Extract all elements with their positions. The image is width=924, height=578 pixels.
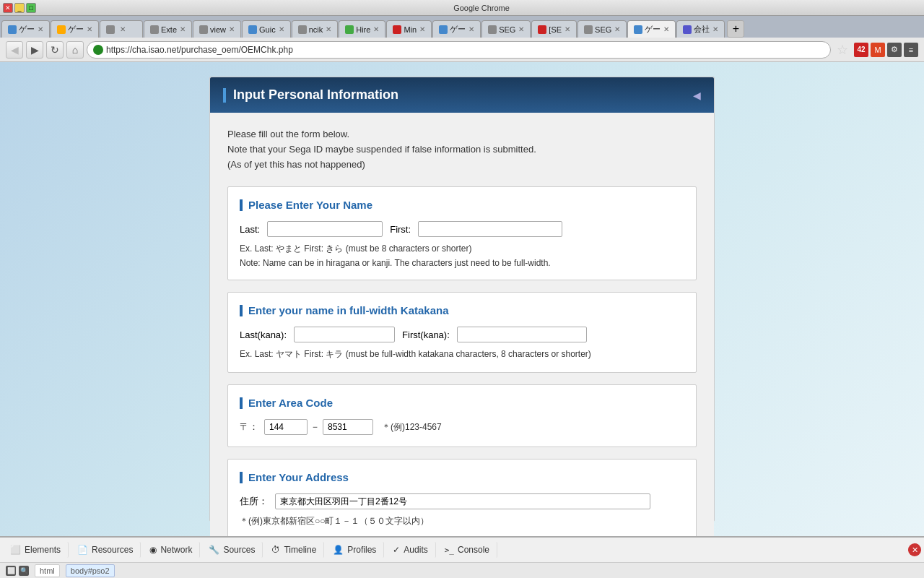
home-button[interactable]: ⌂ bbox=[66, 41, 84, 59]
first-kana-input[interactable] bbox=[457, 327, 587, 342]
reload-button[interactable]: ↻ bbox=[46, 41, 64, 59]
tab-15[interactable]: 会社 ✕ bbox=[676, 20, 725, 38]
tab-close-15[interactable]: ✕ bbox=[712, 25, 718, 33]
tab-3[interactable]: ✕ bbox=[100, 20, 143, 38]
forward-button[interactable]: ▶ bbox=[26, 41, 43, 59]
devtools-tab-console[interactable]: >_ Console bbox=[437, 542, 497, 558]
tab-close-8[interactable]: ✕ bbox=[373, 25, 379, 33]
name-hint1: Ex. Last: やまと First: きら (must be 8 chara… bbox=[240, 243, 684, 255]
page-content: Input Personal Information ◀ Please fill… bbox=[0, 62, 924, 536]
first-name-input[interactable] bbox=[418, 221, 562, 237]
devtools-tab-audits[interactable]: ✓ Audits bbox=[385, 542, 435, 558]
tab-9[interactable]: Min ✕ bbox=[386, 20, 432, 38]
tab-10[interactable]: ゲー ✕ bbox=[432, 20, 481, 38]
minimize-button[interactable]: _ bbox=[14, 3, 25, 13]
tab-11[interactable]: SEG ✕ bbox=[481, 20, 531, 38]
tab-close-11[interactable]: ✕ bbox=[518, 25, 524, 33]
section-name-title: Please Enter Your Name bbox=[240, 199, 684, 211]
tab-close-12[interactable]: ✕ bbox=[565, 25, 570, 33]
last-name-label: Last: bbox=[240, 224, 260, 235]
address-hint: ＊(例)東京都新宿区○○町１－１（５０文字以内） bbox=[240, 515, 684, 527]
address-field-row: 住所： bbox=[240, 493, 684, 509]
devtools-tab-profiles[interactable]: 👤 Profiles bbox=[326, 542, 384, 558]
tab-6[interactable]: Guic ✕ bbox=[242, 20, 291, 38]
tab-1[interactable]: ゲー ✕ bbox=[1, 20, 50, 38]
tab-close-4[interactable]: ✕ bbox=[180, 25, 186, 33]
tab-5[interactable]: view ✕ bbox=[193, 20, 241, 38]
tab-close-3[interactable]: ✕ bbox=[120, 25, 126, 33]
tab-close-6[interactable]: ✕ bbox=[279, 25, 284, 33]
console-label: Console bbox=[458, 545, 489, 555]
back-button[interactable]: ◀ bbox=[6, 41, 23, 59]
security-icon bbox=[93, 45, 103, 55]
section-postal: Enter Area Code 〒： － ＊(例)123-4567 bbox=[227, 384, 697, 447]
tab-close-7[interactable]: ✕ bbox=[326, 25, 331, 33]
tab-2[interactable]: ゲー ✕ bbox=[51, 20, 99, 38]
close-button[interactable]: ✕ bbox=[3, 3, 13, 13]
tab-4[interactable]: Exte ✕ bbox=[144, 20, 192, 38]
tab-close-5[interactable]: ✕ bbox=[229, 25, 235, 33]
gmail-icon[interactable]: M bbox=[871, 43, 885, 57]
tab-close-10[interactable]: ✕ bbox=[468, 25, 474, 33]
postal-example: ＊(例)123-4567 bbox=[382, 421, 442, 434]
tab-7[interactable]: ncik ✕ bbox=[292, 20, 339, 38]
tab-12[interactable]: [SE ✕ bbox=[531, 20, 577, 38]
elements-icon: ⬜ bbox=[10, 545, 21, 555]
timeline-icon: ⏱ bbox=[271, 545, 280, 555]
devtools-close-button[interactable]: ✕ bbox=[908, 543, 921, 556]
tab-close-1[interactable]: ✕ bbox=[38, 25, 43, 33]
devtools-tab-elements[interactable]: ⬜ Elements bbox=[3, 542, 69, 558]
devtools-tab-timeline[interactable]: ⏱ Timeline bbox=[264, 542, 324, 558]
menu-icon[interactable]: ≡ bbox=[904, 43, 918, 57]
tab-close-2[interactable]: ✕ bbox=[87, 25, 92, 33]
tab-close-9[interactable]: ✕ bbox=[419, 25, 425, 33]
tab-8[interactable]: Hire ✕ bbox=[339, 20, 385, 38]
devtools-tab-resources[interactable]: 📄 Resources bbox=[70, 542, 141, 558]
address-input[interactable] bbox=[275, 493, 650, 509]
html-breadcrumb[interactable]: html bbox=[35, 564, 60, 577]
tab-bar: ゲー ✕ ゲー ✕ ✕ Exte ✕ view ✕ Guic ✕ bbox=[0, 16, 924, 38]
profiles-icon: 👤 bbox=[333, 545, 344, 555]
postal-first-input[interactable] bbox=[264, 419, 308, 435]
new-tab-button[interactable]: + bbox=[727, 20, 744, 38]
section-bar-accent bbox=[240, 199, 243, 211]
devtools-tab-sources[interactable]: 🔧 Sources bbox=[201, 542, 263, 558]
tab-close-13[interactable]: ✕ bbox=[614, 25, 620, 33]
form-header: Input Personal Information ◀ bbox=[210, 77, 714, 113]
maximize-button[interactable]: □ bbox=[26, 3, 36, 13]
profiles-label: Profiles bbox=[347, 545, 376, 555]
tab-13[interactable]: SEG ✕ bbox=[578, 20, 627, 38]
tab-14-active[interactable]: ゲー ✕ bbox=[627, 20, 676, 38]
page-area: Input Personal Information ◀ Please fill… bbox=[0, 62, 924, 578]
last-name-input[interactable] bbox=[267, 221, 383, 237]
devtools-bar: ⬜ Elements 📄 Resources ◉ Network 🔧 Sourc… bbox=[0, 536, 924, 562]
address-input[interactable] bbox=[106, 45, 824, 55]
body-breadcrumb[interactable]: body#pso2 bbox=[66, 564, 115, 577]
postal-row: 〒： － ＊(例)123-4567 bbox=[240, 419, 684, 435]
audits-label: Audits bbox=[404, 545, 427, 555]
resources-label: Resources bbox=[92, 545, 133, 555]
postal-second-input[interactable] bbox=[323, 419, 373, 435]
form-container: Input Personal Information ◀ Please fill… bbox=[209, 77, 715, 522]
network-icon: ◉ bbox=[149, 545, 157, 555]
section-postal-bar-accent bbox=[240, 397, 243, 409]
first-kana-label: First(kana): bbox=[402, 329, 450, 340]
search-status-icon[interactable]: 🔍 bbox=[19, 566, 29, 576]
postal-prefix: 〒： bbox=[240, 420, 258, 434]
section-kana: Enter your name in full-width Katakana L… bbox=[227, 292, 697, 373]
browser-frame: ✕ _ □ Google Chrome ゲー ✕ ゲー ✕ ✕ Exte ✕ bbox=[0, 0, 924, 578]
extension-icon[interactable]: ⚙ bbox=[887, 43, 902, 57]
tab-close-14[interactable]: ✕ bbox=[663, 25, 669, 33]
form-body: Please fill out the form below. Note tha… bbox=[210, 113, 714, 536]
first-name-label: First: bbox=[390, 224, 411, 235]
section-name: Please Enter Your Name Last: First: Ex. … bbox=[227, 186, 697, 280]
devtools-tab-network[interactable]: ◉ Network bbox=[142, 542, 200, 558]
star-icon[interactable]: ☆ bbox=[837, 42, 848, 58]
intro-line3: (As of yet this has not happened) bbox=[227, 158, 697, 173]
last-kana-input[interactable] bbox=[294, 327, 395, 342]
address-bar-container[interactable] bbox=[87, 41, 831, 59]
intro-line2: Note that your Sega ID maybe suspended i… bbox=[227, 142, 697, 158]
sources-label: Sources bbox=[223, 545, 255, 555]
last-kana-label: Last(kana): bbox=[240, 329, 287, 340]
address-label: 住所： bbox=[240, 495, 268, 508]
